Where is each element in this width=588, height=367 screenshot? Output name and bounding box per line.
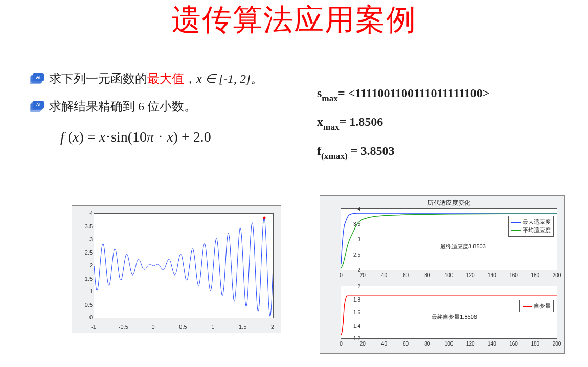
function-plot: 00.511.522.533.54-1-0.500.511.52 bbox=[72, 205, 281, 333]
result-smax: smax= <1111001100111011111100> bbox=[317, 81, 573, 106]
results-block: smax= <1111001100111011111100> xmax= 1.8… bbox=[317, 81, 573, 167]
f-val: = 3.8503 bbox=[348, 144, 395, 157]
ai-icon: AIAIAI bbox=[30, 73, 44, 84]
slide-title: 遗传算法应用案例 bbox=[0, 0, 588, 40]
s-val: = <1111001100111011111100> bbox=[338, 86, 489, 100]
bullet-2-text: 求解结果精确到 6 位小数。 bbox=[49, 98, 196, 114]
bullet-1-math: x ∈ [-1, 2] bbox=[196, 72, 251, 85]
xvar-axes: 自变量 最终自变量1.8506 1.21.41.61.8202040608010… bbox=[341, 286, 557, 339]
ai-icon: AIAIAI bbox=[30, 101, 44, 112]
legend-avg-fit: 平均适应度 bbox=[523, 226, 551, 234]
xvar-curve bbox=[341, 286, 557, 338]
f-sub: (xmax) bbox=[321, 151, 348, 161]
function-plot-axes bbox=[94, 213, 274, 318]
legend-max-fit: 最大适应度 bbox=[523, 218, 551, 226]
result-fmax: f(xmax) = 3.8503 bbox=[317, 139, 573, 164]
fitness-annotation: 最终适应度3.8503 bbox=[440, 243, 486, 250]
x-label: x bbox=[317, 115, 323, 128]
max-point-marker bbox=[263, 216, 265, 219]
function-curve bbox=[94, 214, 273, 318]
s-label: s bbox=[317, 86, 322, 100]
bullet-2-num: 6 bbox=[135, 100, 147, 113]
bullet-1-tail: 。 bbox=[251, 72, 263, 85]
xvar-annotation: 最终自变量1.8506 bbox=[432, 313, 477, 321]
legend-xvar: 自变量 bbox=[534, 302, 551, 310]
f-label: f bbox=[317, 144, 321, 157]
bullet-1: AIAIAI 求下列一元函数的最大值，x ∈ [-1, 2]。 bbox=[30, 71, 296, 87]
fitness-axes: 最大适应度 平均适应度 最终适应度3.8503 22.533.540204060… bbox=[341, 208, 557, 270]
bullet-2-prefix: 求解结果精确到 bbox=[49, 100, 135, 113]
ga-progress-plot: 历代适应度变化 最大适应度 平均适应度 最终适应度3.8503 22.533.5… bbox=[320, 195, 565, 354]
result-xmax: xmax= 1.8506 bbox=[317, 109, 573, 135]
bullet-1-highlight: 最大值 bbox=[147, 72, 184, 85]
bullet-2-suffix: 位小数。 bbox=[147, 100, 196, 113]
x-sub: max bbox=[323, 122, 340, 132]
fitness-plot-title: 历代适应度变化 bbox=[341, 199, 557, 208]
fitness-legend: 最大适应度 平均适应度 bbox=[508, 216, 554, 237]
s-sub: max bbox=[322, 94, 338, 103]
xvar-legend: 自变量 bbox=[519, 300, 554, 312]
bullet-1-suffix: ， bbox=[184, 72, 196, 85]
equation: f (x) = x·sin(10π · x) + 2.0 bbox=[60, 129, 296, 145]
x-val: = 1.8506 bbox=[340, 115, 383, 128]
bullet-2: AIAIAI 求解结果精确到 6 位小数。 bbox=[30, 98, 296, 114]
left-column: AIAIAI 求下列一元函数的最大值，x ∈ [-1, 2]。 AIAIAI 求… bbox=[30, 71, 296, 145]
bullet-1-text: 求下列一元函数的最大值，x ∈ [-1, 2]。 bbox=[49, 71, 263, 87]
bullet-1-prefix: 求下列一元函数的 bbox=[49, 72, 147, 85]
